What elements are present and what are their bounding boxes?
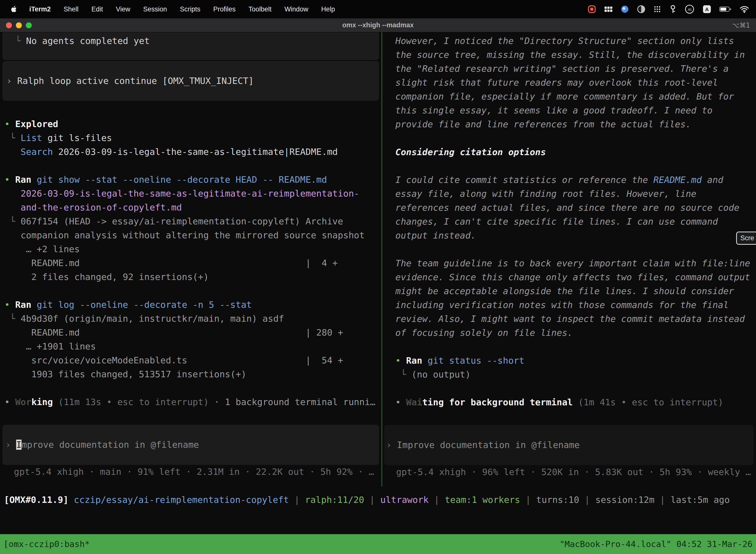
text-segment: 067f154 (HEAD -> essay/ai-reimplementati…	[20, 216, 343, 226]
right-pane-output: However, I noticed the "Directory Struct…	[382, 32, 756, 409]
text-segment: |	[654, 495, 671, 505]
text-segment: No agents completed yet	[26, 36, 150, 46]
text-segment: Ran	[406, 355, 422, 366]
terminal-line: 2026-03-09-is-legal-the-same-as-legitima…	[4, 187, 381, 201]
menu-help[interactable]: Help	[315, 5, 341, 13]
terminal-line: • Ran git show --stat --oneline --decora…	[4, 173, 381, 187]
text-segment: └	[4, 314, 20, 324]
grid-icon[interactable]	[604, 6, 613, 13]
tmux-status-bar: [omx-cczip0:bash* "MacBook-Pro-44.local"…	[0, 534, 756, 554]
key-icon[interactable]	[669, 5, 677, 14]
terminal-line: └ 067f154 (HEAD -> essay/ai-reimplementa…	[4, 214, 381, 228]
wifi-icon[interactable]	[740, 5, 749, 13]
text-segment: last:5m ago	[671, 495, 730, 505]
menu-session[interactable]: Session	[137, 5, 173, 13]
menu-window[interactable]: Window	[278, 5, 315, 13]
text-segment: turns:10	[536, 495, 579, 505]
menu-items: ShellEditViewSessionScriptsProfilesToolb…	[57, 5, 341, 13]
text-segment: and-the-erosion-of-copyleft.md	[4, 202, 182, 213]
terminal-line: evidence. Since this change only affects…	[395, 270, 756, 284]
battery-icon[interactable]	[719, 6, 732, 12]
terminal-line: including verification notes with those …	[395, 298, 756, 312]
text-segment: Considering citation options	[395, 147, 546, 157]
menu-scripts[interactable]: Scripts	[173, 5, 207, 13]
right-prompt-input[interactable]: › Improve documentation in @filename	[384, 425, 754, 465]
text-segment: └	[395, 369, 412, 380]
terminal-line: references need actual files, and since …	[395, 201, 756, 215]
text-segment: |	[429, 495, 445, 505]
menu-toolbelt[interactable]: Toolbelt	[242, 5, 278, 13]
text-segment: List	[20, 133, 42, 143]
text-segment: might be acceptable alongside the file l…	[395, 286, 734, 296]
left-prompt-text: › Improve documentation in @filename	[5, 438, 199, 452]
text-segment: … +1901 lines	[4, 341, 96, 351]
menubar-app-name[interactable]: iTerm2	[23, 5, 57, 13]
screen-share-tooltip[interactable]: Scre	[736, 232, 756, 245]
text-segment: Wor	[15, 397, 31, 407]
text-segment: the source tree, missing the essay. Stil…	[395, 50, 745, 60]
terminal-line	[395, 242, 756, 257]
right-terminal-pane[interactable]: However, I noticed the "Directory Struct…	[382, 32, 756, 487]
close-button[interactable]	[6, 22, 12, 28]
terminal-line: └ List git ls-files	[4, 131, 381, 145]
screen-share-tooltip-label: Scre	[740, 234, 754, 242]
text-segment: README.md | 4 +	[4, 258, 338, 268]
zoom-button[interactable]	[26, 22, 32, 28]
text-segment: Ran	[15, 299, 31, 310]
window-shortcut-badge: ⌥⌘1	[732, 21, 756, 29]
text-segment: · 1 background terminal runni…	[209, 397, 376, 407]
menu-view[interactable]: View	[109, 5, 137, 13]
dark-circle-icon[interactable]	[637, 5, 645, 13]
terminal-line: of focusing solely on file lines.	[395, 326, 756, 340]
text-segment: ting for background terminal	[422, 397, 573, 407]
text-segment: git log --oneline --decorate -n 5 --stat	[37, 299, 252, 310]
window-title: omx --xhigh --madmax	[0, 21, 756, 29]
right-model-statusline: gpt-5.4 xhigh · 96% left · 520K in · 5.8…	[382, 465, 756, 479]
terminal-line: • Ran git log --oneline --decorate -n 5 …	[4, 298, 381, 312]
text-segment: I	[16, 440, 21, 450]
text-segment: review. Also, I might want to inspect th…	[395, 314, 745, 324]
dots-grid-icon[interactable]	[653, 5, 661, 13]
text-segment: changes, I can't cite specific file line…	[395, 216, 718, 227]
terminal-line	[395, 382, 756, 395]
terminal-line: the "Related research writing" section i…	[395, 62, 756, 76]
text-segment	[31, 299, 37, 310]
text-segment: •	[4, 397, 15, 407]
text-segment: including verification notes with those …	[395, 300, 729, 310]
left-terminal-pane[interactable]: └ No agents completed yet › Ralph loop a…	[0, 32, 381, 487]
blue-app-icon[interactable]	[621, 5, 629, 13]
menu-profiles[interactable]: Profiles	[207, 5, 242, 13]
terminal-line: • Ran git status --short	[395, 354, 756, 368]
tmux-session-window: [omx-cczip0:bash*	[3, 539, 90, 549]
text-segment: mprove documentation in @filename	[21, 440, 199, 450]
text-segment: gpt-5.4 xhigh · main · 91% left · 2.31M …	[14, 466, 374, 477]
left-prompt-input[interactable]: › Improve documentation in @filename	[2, 425, 379, 465]
text-segment: └	[4, 133, 20, 143]
text-segment: Ralph loop active continue	[17, 76, 162, 86]
terminal-line: might be acceptable alongside the file l…	[395, 284, 756, 298]
minimize-button[interactable]	[16, 22, 22, 28]
apple-menu[interactable]	[5, 5, 23, 13]
terminal-line: I could cite commit statistics or refere…	[395, 173, 756, 187]
text-segment: •	[4, 119, 15, 129]
menu-shell[interactable]: Shell	[57, 5, 85, 13]
battery-percent-icon[interactable]: .61	[685, 4, 694, 14]
screen-recording-indicator[interactable]	[587, 5, 596, 14]
text-segment: cczip/essay/ai-reimplementation-copyleft	[74, 495, 289, 505]
svg-text:.61: .61	[687, 8, 692, 11]
menu-edit[interactable]: Edit	[85, 5, 110, 13]
terminal-line	[4, 381, 381, 395]
terminal-line: this single essay, it seems like a good …	[395, 104, 756, 117]
terminal-line: the source tree, missing the essay. Stil…	[395, 48, 756, 62]
terminal-line: slight risk that future readers may over…	[395, 76, 756, 90]
text-segment: •	[395, 355, 406, 366]
terminal-line: companion analysis without altering the …	[4, 228, 381, 242]
text-segment: output instead.	[395, 230, 476, 240]
text-segment: slight risk that future readers may over…	[395, 77, 718, 88]
text-segment: |	[364, 495, 380, 505]
text-segment	[68, 495, 74, 505]
text-segment: However, I noticed the "Directory Struct…	[395, 36, 734, 46]
terminal-line: • Waiting for background terminal (1m 41…	[395, 395, 756, 409]
input-source-icon[interactable]: A	[702, 5, 711, 14]
ralph-inject-line: › Ralph loop active continue [OMX_TMUX_I…	[6, 74, 254, 88]
